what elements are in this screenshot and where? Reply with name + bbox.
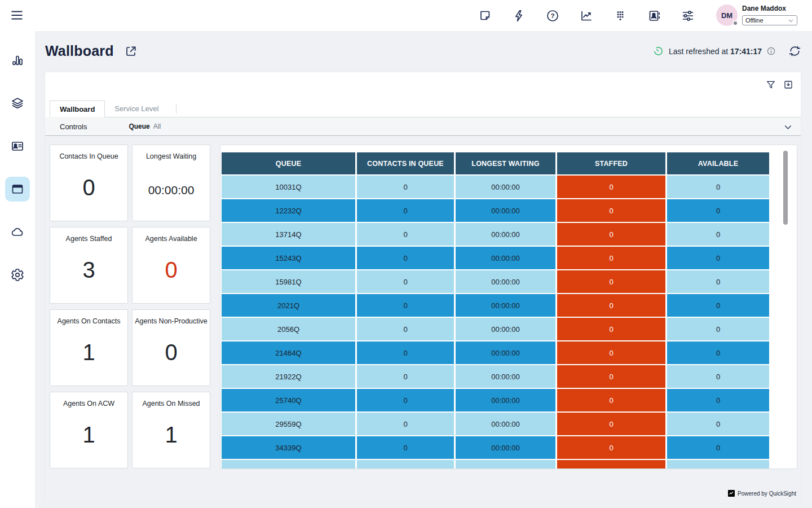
value-cell[interactable]: 0 bbox=[357, 413, 454, 435]
lightning-icon[interactable] bbox=[512, 9, 526, 23]
value-cell[interactable]: 00:00:00 bbox=[456, 318, 555, 340]
sliders-icon[interactable] bbox=[681, 9, 695, 23]
dialpad-icon[interactable] bbox=[614, 9, 627, 23]
value-cell[interactable]: 0 bbox=[557, 436, 665, 459]
queue-cell[interactable]: 21922Q bbox=[222, 365, 355, 388]
notes-icon[interactable] bbox=[478, 9, 492, 23]
value-cell[interactable]: 00:00:00 bbox=[456, 413, 555, 435]
value-cell[interactable] bbox=[667, 460, 769, 469]
value-cell[interactable]: 0 bbox=[357, 365, 454, 388]
value-cell[interactable]: 00:00:00 bbox=[456, 247, 555, 269]
value-cell[interactable]: 00:00:00 bbox=[456, 365, 555, 388]
queue-cell[interactable]: 25740Q bbox=[222, 389, 355, 411]
queue-cell[interactable]: 15981Q bbox=[222, 270, 355, 293]
value-cell[interactable]: 0 bbox=[557, 176, 665, 198]
queue-table-card: QUEUECONTACTS IN QUEUELONGEST WAITINGSTA… bbox=[220, 144, 797, 469]
export-icon[interactable] bbox=[783, 80, 793, 90]
value-cell[interactable]: 00:00:00 bbox=[456, 270, 555, 293]
value-cell[interactable]: 0 bbox=[667, 199, 769, 222]
table-scrollbar[interactable] bbox=[783, 151, 788, 225]
value-cell[interactable]: 0 bbox=[357, 318, 454, 340]
value-cell[interactable]: 0 bbox=[557, 389, 665, 411]
value-cell[interactable]: 0 bbox=[667, 223, 769, 246]
value-cell[interactable]: 00:00:00 bbox=[456, 176, 555, 198]
tab-service-level[interactable]: Service Level bbox=[105, 100, 168, 117]
kpi-label: Agents Staffed bbox=[52, 235, 125, 243]
column-header: STAFFED bbox=[557, 152, 665, 174]
value-cell[interactable]: 0 bbox=[667, 365, 769, 388]
value-cell[interactable]: 0 bbox=[357, 389, 454, 411]
sidebar-item-settings[interactable] bbox=[5, 262, 30, 287]
kpi-value: 00:00:00 bbox=[133, 183, 210, 196]
user-name: Dane Maddox bbox=[742, 5, 801, 12]
value-cell[interactable]: 0 bbox=[557, 413, 665, 435]
metrics-icon[interactable] bbox=[580, 9, 593, 23]
sidebar-item-cloud[interactable] bbox=[5, 220, 30, 244]
queue-cell[interactable]: 21464Q bbox=[222, 341, 355, 364]
value-cell[interactable]: 00:00:00 bbox=[456, 223, 555, 246]
value-cell[interactable]: 0 bbox=[557, 247, 665, 269]
value-cell[interactable] bbox=[557, 460, 665, 469]
value-cell[interactable]: 0 bbox=[667, 176, 769, 198]
sidebar-item-contacts[interactable] bbox=[5, 134, 30, 159]
value-cell[interactable]: 00:00:00 bbox=[456, 199, 555, 222]
value-cell[interactable]: 0 bbox=[557, 365, 665, 388]
value-cell[interactable]: 0 bbox=[667, 294, 769, 317]
queue-cell[interactable]: 15243Q bbox=[222, 247, 355, 269]
directory-icon[interactable] bbox=[647, 9, 661, 23]
tab-divider bbox=[176, 104, 176, 113]
sidebar-item-analytics[interactable] bbox=[5, 48, 30, 73]
value-cell[interactable]: 0 bbox=[557, 318, 665, 340]
value-cell[interactable] bbox=[456, 460, 555, 469]
value-cell[interactable] bbox=[357, 460, 454, 469]
value-cell[interactable]: 00:00:00 bbox=[456, 389, 555, 411]
queue-cell[interactable] bbox=[222, 460, 355, 469]
queue-cell[interactable]: 34339Q bbox=[222, 436, 355, 459]
value-cell[interactable]: 0 bbox=[667, 318, 769, 340]
external-link-icon[interactable] bbox=[124, 45, 138, 58]
value-cell[interactable]: 00:00:00 bbox=[456, 294, 555, 317]
value-cell[interactable]: 0 bbox=[667, 247, 769, 269]
sidebar-item-wallboard[interactable] bbox=[5, 177, 30, 202]
value-cell[interactable]: 0 bbox=[357, 223, 454, 246]
sidebar-item-layers[interactable] bbox=[5, 91, 30, 116]
value-cell[interactable]: 0 bbox=[557, 270, 665, 293]
value-cell[interactable]: 0 bbox=[557, 294, 665, 317]
queue-cell[interactable]: 13714Q bbox=[222, 223, 355, 246]
main-area: Wallboard Last refreshed at 17:41:17 bbox=[35, 31, 812, 508]
value-cell[interactable]: 0 bbox=[357, 270, 454, 293]
value-cell[interactable]: 00:00:00 bbox=[456, 436, 555, 459]
value-cell[interactable]: 0 bbox=[357, 247, 454, 269]
value-cell[interactable]: 0 bbox=[667, 389, 769, 411]
queue-cell[interactable]: 12232Q bbox=[222, 199, 355, 222]
value-cell[interactable]: 0 bbox=[357, 176, 454, 198]
help-icon[interactable]: ? bbox=[546, 9, 559, 23]
value-cell[interactable]: 0 bbox=[357, 294, 454, 317]
value-cell[interactable]: 00:00:00 bbox=[456, 341, 555, 364]
value-cell[interactable]: 0 bbox=[667, 270, 769, 293]
avatar[interactable]: DM bbox=[716, 5, 738, 26]
value-cell[interactable]: 0 bbox=[557, 199, 665, 222]
value-cell[interactable]: 0 bbox=[557, 223, 665, 246]
value-cell[interactable]: 0 bbox=[357, 199, 454, 222]
value-cell[interactable]: 0 bbox=[357, 341, 454, 364]
tab-wallboard[interactable]: Wallboard bbox=[50, 100, 105, 117]
value-cell[interactable]: 0 bbox=[667, 436, 769, 459]
kpi-label: Longest Waiting bbox=[135, 152, 208, 160]
value-cell[interactable]: 0 bbox=[667, 413, 769, 435]
queue-filter-control[interactable]: Queue All bbox=[129, 122, 161, 130]
filter-icon[interactable] bbox=[766, 80, 776, 90]
queue-cell[interactable]: 2056Q bbox=[222, 318, 355, 340]
value-cell[interactable]: 0 bbox=[667, 341, 769, 364]
menu-icon[interactable] bbox=[9, 7, 25, 23]
value-cell[interactable]: 0 bbox=[557, 341, 665, 364]
info-icon[interactable] bbox=[766, 46, 776, 56]
queue-cell[interactable]: 10031Q bbox=[222, 176, 355, 198]
value-cell[interactable]: 0 bbox=[357, 436, 454, 459]
status-select[interactable]: Offline bbox=[742, 15, 797, 25]
queue-cell[interactable]: 2021Q bbox=[222, 294, 355, 317]
controls-collapse-icon[interactable] bbox=[783, 122, 793, 132]
refresh-icon[interactable] bbox=[788, 45, 801, 58]
queue-cell[interactable]: 29559Q bbox=[222, 413, 355, 435]
kpi-value: 3 bbox=[50, 257, 127, 283]
